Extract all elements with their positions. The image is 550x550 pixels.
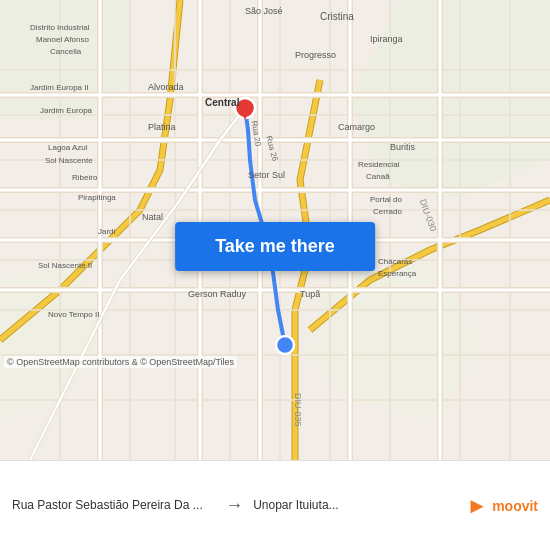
svg-text:Natal: Natal	[142, 212, 163, 222]
osm-attribution: © OpenStreetMap contributors & © OpenStr…	[4, 356, 237, 368]
svg-text:Camargo: Camargo	[338, 122, 375, 132]
svg-text:Pirapitinga: Pirapitinga	[78, 193, 116, 202]
svg-text:Portal do: Portal do	[370, 195, 403, 204]
svg-text:Lagoa Azul: Lagoa Azul	[48, 143, 88, 152]
map-area: Cristina São José Ipiranga Progresso Dis…	[0, 0, 550, 460]
main-container: Cristina São José Ipiranga Progresso Dis…	[0, 0, 550, 550]
svg-text:Platina: Platina	[148, 122, 176, 132]
svg-text:Buritis: Buritis	[390, 142, 416, 152]
svg-text:Central: Central	[205, 97, 240, 108]
svg-text:Distrito Industrial: Distrito Industrial	[30, 23, 90, 32]
moovit-logo-area: ► moovit	[466, 493, 538, 519]
svg-text:Tupã: Tupã	[300, 289, 320, 299]
svg-text:Cristina: Cristina	[320, 11, 354, 22]
moovit-text: moovit	[492, 498, 538, 514]
svg-text:Sol Nascente: Sol Nascente	[45, 156, 93, 165]
svg-text:São José: São José	[245, 6, 283, 16]
svg-text:Canaã: Canaã	[366, 172, 390, 181]
route-to-label: Unopar Ituiuta...	[253, 498, 456, 514]
svg-text:Cerrado: Cerrado	[373, 207, 402, 216]
svg-text:Esperança: Esperança	[378, 269, 417, 278]
svg-text:Gerson Raduy: Gerson Raduy	[188, 289, 247, 299]
svg-text:Novo Tempo II: Novo Tempo II	[48, 310, 99, 319]
svg-text:Manoel Afonso: Manoel Afonso	[36, 35, 89, 44]
route-info: Rua Pastor Sebastião Pereira Da ... → Un…	[12, 493, 538, 519]
route-arrow: →	[225, 495, 243, 516]
svg-text:Setor Sul: Setor Sul	[248, 170, 285, 180]
svg-text:Progresso: Progresso	[295, 50, 336, 60]
svg-text:Cancella: Cancella	[50, 47, 82, 56]
svg-text:Jardim Europa II: Jardim Europa II	[30, 83, 89, 92]
svg-text:DIU-035: DIU-035	[293, 393, 303, 427]
route-from-label: Rua Pastor Sebastião Pereira Da ...	[12, 498, 215, 514]
svg-text:Jardi: Jardi	[98, 227, 116, 236]
moovit-icon: ►	[466, 493, 488, 519]
svg-text:Sol Nascente II: Sol Nascente II	[38, 261, 92, 270]
svg-text:Chácaras: Chácaras	[378, 257, 412, 266]
take-me-there-button[interactable]: Take me there	[175, 222, 375, 271]
svg-text:Alvorada: Alvorada	[148, 82, 184, 92]
svg-text:Ipiranga: Ipiranga	[370, 34, 403, 44]
svg-point-7	[276, 336, 294, 354]
bottom-bar: Rua Pastor Sebastião Pereira Da ... → Un…	[0, 460, 550, 550]
svg-text:Ribeiro: Ribeiro	[72, 173, 98, 182]
svg-text:Jardim Europa: Jardim Europa	[40, 106, 93, 115]
svg-text:Residencial: Residencial	[358, 160, 400, 169]
